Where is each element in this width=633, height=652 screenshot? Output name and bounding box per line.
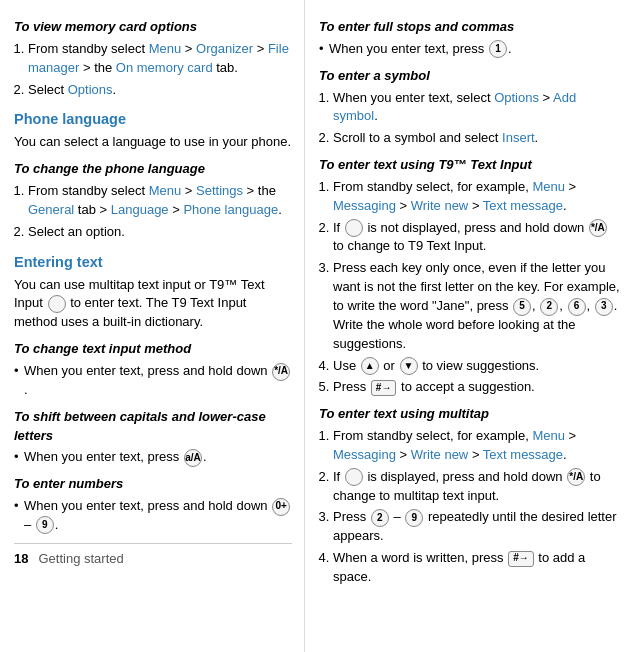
key-star3: */A bbox=[567, 468, 585, 486]
link-menu[interactable]: Menu bbox=[149, 41, 182, 56]
section-multitap: To enter text using multitap From standb… bbox=[319, 405, 621, 587]
link-text-message[interactable]: Text message bbox=[483, 198, 563, 213]
key-icon-t9b bbox=[345, 219, 363, 237]
link-settings[interactable]: Settings bbox=[196, 183, 243, 198]
list-change-text-input: When you enter text, press and hold down… bbox=[14, 362, 292, 400]
section-full-stops: To enter full stops and commas When you … bbox=[319, 18, 621, 59]
list-item: If is not displayed, press and hold down… bbox=[333, 219, 621, 257]
heading-entering-text: Entering text bbox=[14, 252, 292, 273]
list-item: Press #→ to accept a suggestion. bbox=[333, 378, 621, 397]
link-insert[interactable]: Insert bbox=[502, 130, 535, 145]
list-t9: From standby select, for example, Menu >… bbox=[333, 178, 621, 397]
list-item: From standby select, for example, Menu >… bbox=[333, 178, 621, 216]
key-star2: */A bbox=[589, 219, 607, 237]
heading-enter-numbers: To enter numbers bbox=[14, 475, 292, 494]
list-multitap: From standby select, for example, Menu >… bbox=[333, 427, 621, 587]
heading-shift-capitals: To shift between capitals and lower-case… bbox=[14, 408, 292, 446]
list-item: Select an option. bbox=[28, 223, 292, 242]
list-enter-symbol: When you enter text, select Options > Ad… bbox=[333, 89, 621, 149]
link-messaging2[interactable]: Messaging bbox=[333, 447, 396, 462]
key-nav-down: ▼ bbox=[400, 357, 418, 375]
link-menu3[interactable]: Menu bbox=[532, 179, 565, 194]
key-five: 5 bbox=[513, 298, 531, 316]
key-hash2: #→ bbox=[508, 551, 534, 567]
link-menu4[interactable]: Menu bbox=[532, 428, 565, 443]
heading-change-text-input: To change text input method bbox=[14, 340, 292, 359]
key-icon-multitap bbox=[345, 468, 363, 486]
list-item: Press 2 – 9 repeatedly until the desired… bbox=[333, 508, 621, 546]
list-item: From standby select Menu > Settings > th… bbox=[28, 182, 292, 220]
list-item: When you enter text, press 1. bbox=[319, 40, 621, 59]
entering-text-body: You can use multitap text input or T9™ T… bbox=[14, 276, 292, 333]
heading-memory-card: To view memory card options bbox=[14, 18, 292, 37]
phone-language-body: You can select a language to use in your… bbox=[14, 133, 292, 152]
heading-t9: To enter text using T9™ Text Input bbox=[319, 156, 621, 175]
key-nine: 9 bbox=[36, 516, 54, 534]
link-write-new2[interactable]: Write new bbox=[411, 447, 469, 462]
page-number: 18 bbox=[14, 550, 28, 569]
section-memory-card: To view memory card options From standby… bbox=[14, 18, 292, 99]
list-item: When a word is written, press #→ to add … bbox=[333, 549, 621, 587]
key-hash-a: a/A bbox=[184, 449, 202, 467]
list-item: If is displayed, press and hold down */A… bbox=[333, 468, 621, 506]
list-enter-numbers: When you enter text, press and hold down… bbox=[14, 497, 292, 535]
key-one: 1 bbox=[489, 40, 507, 58]
page-container: To view memory card options From standby… bbox=[0, 0, 633, 652]
list-item: Use ▲ or ▼ to view suggestions. bbox=[333, 357, 621, 376]
list-item: Select Options. bbox=[28, 81, 292, 100]
section-enter-symbol: To enter a symbol When you enter text, s… bbox=[319, 67, 621, 148]
footer: 18 Getting started bbox=[14, 543, 292, 569]
link-options[interactable]: Options bbox=[68, 82, 113, 97]
left-column: To view memory card options From standby… bbox=[0, 0, 305, 652]
list-item: When you enter text, press and hold down… bbox=[14, 497, 292, 535]
link-phone-language[interactable]: Phone language bbox=[183, 202, 278, 217]
list-item: From standby select Menu > Organizer > F… bbox=[28, 40, 292, 78]
key-hash: #→ bbox=[371, 380, 397, 396]
heading-full-stops: To enter full stops and commas bbox=[319, 18, 621, 37]
section-phone-language: Phone language You can select a language… bbox=[14, 109, 292, 241]
link-add-symbol[interactable]: Add symbol bbox=[333, 90, 576, 124]
key-icon-t9 bbox=[48, 295, 66, 313]
list-item: From standby select, for example, Menu >… bbox=[333, 427, 621, 465]
link-on-memory-card[interactable]: On memory card bbox=[116, 60, 213, 75]
section-t9: To enter text using T9™ Text Input From … bbox=[319, 156, 621, 397]
section-entering-text: Entering text You can use multitap text … bbox=[14, 252, 292, 535]
link-options2[interactable]: Options bbox=[494, 90, 539, 105]
link-text-message2[interactable]: Text message bbox=[483, 447, 563, 462]
key-six: 6 bbox=[568, 298, 586, 316]
link-general[interactable]: General bbox=[28, 202, 74, 217]
list-memory-card: From standby select Menu > Organizer > F… bbox=[28, 40, 292, 100]
link-menu2[interactable]: Menu bbox=[149, 183, 182, 198]
key-zero: 0+ bbox=[272, 498, 290, 516]
list-shift-capitals: When you enter text, press a/A. bbox=[14, 448, 292, 467]
heading-multitap: To enter text using multitap bbox=[319, 405, 621, 424]
link-language[interactable]: Language bbox=[111, 202, 169, 217]
list-change-phone-language: From standby select Menu > Settings > th… bbox=[28, 182, 292, 242]
list-item: When you enter text, press and hold down… bbox=[14, 362, 292, 400]
link-organizer[interactable]: Organizer bbox=[196, 41, 253, 56]
link-write-new[interactable]: Write new bbox=[411, 198, 469, 213]
heading-enter-symbol: To enter a symbol bbox=[319, 67, 621, 86]
link-messaging[interactable]: Messaging bbox=[333, 198, 396, 213]
heading-phone-language: Phone language bbox=[14, 109, 292, 130]
list-item: When you enter text, press a/A. bbox=[14, 448, 292, 467]
list-item: Scroll to a symbol and select Insert. bbox=[333, 129, 621, 148]
footer-label: Getting started bbox=[38, 550, 123, 569]
key-three: 3 bbox=[595, 298, 613, 316]
key-nav-up: ▲ bbox=[361, 357, 379, 375]
list-full-stops: When you enter text, press 1. bbox=[319, 40, 621, 59]
key-two: 2 bbox=[540, 298, 558, 316]
right-column: To enter full stops and commas When you … bbox=[305, 0, 633, 652]
key-two-b: 2 bbox=[371, 509, 389, 527]
list-item: Press each key only once, even if the le… bbox=[333, 259, 621, 353]
key-star-a: */A bbox=[272, 363, 290, 381]
list-item: When you enter text, select Options > Ad… bbox=[333, 89, 621, 127]
heading-change-phone-language: To change the phone language bbox=[14, 160, 292, 179]
key-nine-b: 9 bbox=[405, 509, 423, 527]
